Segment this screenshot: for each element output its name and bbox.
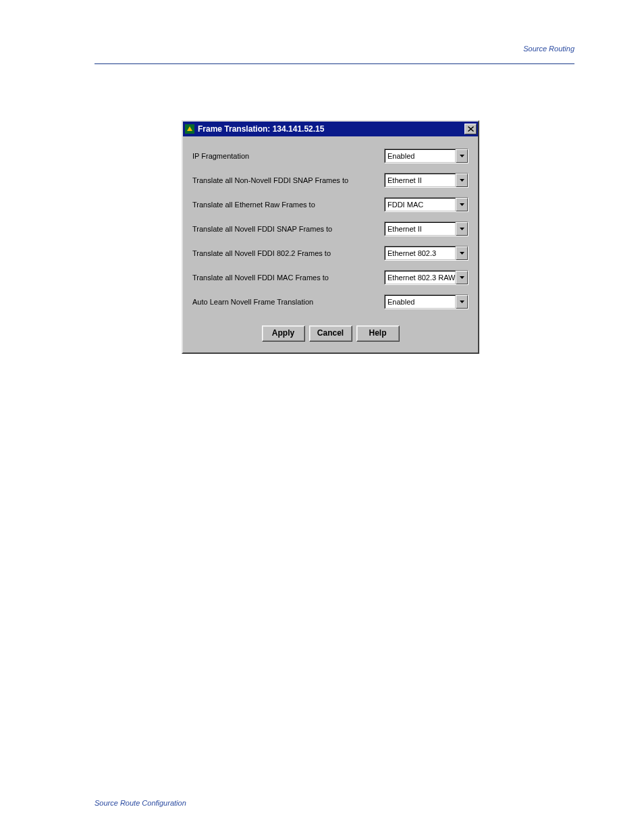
chevron-down-icon — [456, 295, 468, 309]
combo-value: FDDI MAC — [385, 198, 456, 211]
chevron-down-icon — [456, 246, 468, 260]
label-novell-mac: Translate all Novell FDDI MAC Frames to — [192, 273, 384, 282]
combo-value: Ethernet 802.3 RAW — [385, 271, 456, 284]
apply-button[interactable]: Apply — [262, 325, 305, 342]
label-ip-fragmentation: IP Fragmentation — [192, 152, 384, 160]
combo-novell-mac[interactable]: Ethernet 802.3 RAW — [384, 270, 468, 285]
document-page: Source Routing Frame Translation: 134.14… — [0, 0, 644, 834]
combo-novell-snap[interactable]: Ethernet II — [384, 221, 468, 236]
page-footer: Source Route Configuration — [95, 799, 186, 807]
label-novell-8022: Translate all Novell FDDI 802.2 Frames t… — [192, 249, 384, 257]
system-menu-icon[interactable] — [184, 124, 195, 134]
combo-auto-learn[interactable]: Enabled — [384, 294, 468, 309]
help-button[interactable]: Help — [356, 325, 400, 342]
chevron-down-icon — [456, 222, 468, 236]
row-novell-8022: Translate all Novell FDDI 802.2 Frames t… — [192, 246, 468, 261]
combo-ethernet-raw[interactable]: FDDI MAC — [384, 197, 468, 212]
row-novell-mac: Translate all Novell FDDI MAC Frames to … — [192, 270, 468, 285]
frame-translation-dialog: Frame Translation: 134.141.52.15 IP Frag… — [182, 120, 479, 354]
page-header: Source Routing — [95, 32, 574, 64]
cancel-button[interactable]: Cancel — [309, 325, 352, 342]
chevron-down-icon — [456, 198, 468, 211]
row-ethernet-raw: Translate all Ethernet Raw Frames to FDD… — [192, 197, 468, 212]
dialog-body: IP Fragmentation Enabled Translate all N… — [183, 136, 478, 353]
chevron-down-icon — [456, 149, 468, 163]
label-novell-snap: Translate all Novell FDDI SNAP Frames to — [192, 225, 384, 233]
chevron-down-icon — [456, 174, 468, 187]
chevron-down-icon — [456, 271, 468, 284]
combo-value: Ethernet II — [385, 222, 456, 236]
dialog-title: Frame Translation: 134.141.52.15 — [198, 124, 464, 134]
combo-value: Ethernet 802.3 — [385, 246, 456, 260]
label-auto-learn: Auto Learn Novell Frame Translation — [192, 298, 384, 306]
label-ethernet-raw: Translate all Ethernet Raw Frames to — [192, 201, 384, 209]
dialog-button-row: Apply Cancel Help — [192, 319, 468, 346]
combo-novell-8022[interactable]: Ethernet 802.3 — [384, 246, 468, 261]
page-header-text: Source Routing — [523, 45, 574, 53]
row-nonnovell-snap: Translate all Non-Novell FDDI SNAP Frame… — [192, 173, 468, 188]
combo-value: Ethernet II — [385, 174, 456, 187]
combo-value: Enabled — [385, 149, 456, 163]
close-button[interactable] — [464, 124, 477, 134]
combo-nonnovell-snap[interactable]: Ethernet II — [384, 173, 468, 188]
row-ip-fragmentation: IP Fragmentation Enabled — [192, 149, 468, 163]
row-novell-snap: Translate all Novell FDDI SNAP Frames to… — [192, 221, 468, 236]
label-nonnovell-snap: Translate all Non-Novell FDDI SNAP Frame… — [192, 176, 384, 184]
combo-ip-fragmentation[interactable]: Enabled — [384, 149, 468, 163]
combo-value: Enabled — [385, 295, 456, 309]
dialog-titlebar: Frame Translation: 134.141.52.15 — [183, 122, 478, 136]
row-auto-learn: Auto Learn Novell Frame Translation Enab… — [192, 294, 468, 309]
